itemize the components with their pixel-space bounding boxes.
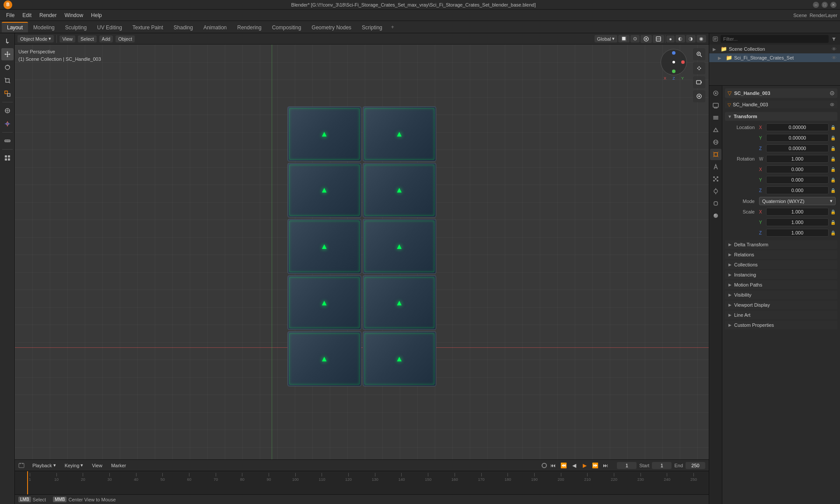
- section-header-viewport-display[interactable]: ▶ Viewport Display: [725, 301, 837, 309]
- outliner-search-input[interactable]: [721, 35, 829, 43]
- outliner-scene-collection[interactable]: ▶ 📁 Scene Collection 👁: [709, 45, 840, 53]
- section-header-line-art[interactable]: ▶ Line Art: [725, 311, 837, 319]
- tab-rendering[interactable]: Rendering: [232, 22, 266, 32]
- play-reverse-button[interactable]: ◀: [570, 461, 578, 470]
- scale-y-lock[interactable]: 🔒: [830, 220, 836, 225]
- prop-tab-world[interactable]: [710, 136, 721, 148]
- jump-start-button[interactable]: ⏮: [549, 461, 557, 470]
- viewport-xray-btn[interactable]: [653, 35, 664, 43]
- viewport-shading-material[interactable]: ◐: [676, 35, 685, 42]
- rotation-mode-dropdown[interactable]: Quaternion (WXYZ) ▾: [759, 197, 836, 205]
- toolbar-transform-tool[interactable]: [1, 88, 14, 100]
- section-header-instancing[interactable]: ▶ Instancing: [725, 270, 837, 279]
- rotation-w-field[interactable]: 1.000: [766, 155, 829, 163]
- timeline-ruler[interactable]: 1102030405060708090100110120130140150160…: [15, 471, 709, 494]
- section-header-visibility[interactable]: ▶ Visibility: [725, 290, 837, 299]
- rotation-z-field[interactable]: 0.000: [766, 186, 829, 194]
- location-y-field[interactable]: 0.00000: [766, 134, 829, 142]
- prop-tab-modifiers[interactable]: [710, 161, 721, 172]
- section-header-custom-properties[interactable]: ▶ Custom Properties: [725, 321, 837, 329]
- visibility-icon-2[interactable]: 👁: [832, 55, 836, 60]
- viewport-add-menu[interactable]: Add: [99, 35, 113, 42]
- timeline-marker-menu[interactable]: Marker: [108, 462, 129, 469]
- viewport-snap-btn[interactable]: 🔲: [618, 35, 630, 42]
- prop-tab-render[interactable]: [710, 88, 721, 99]
- toolbar-rotate-tool[interactable]: [1, 61, 14, 74]
- vp-pan-btn[interactable]: [693, 62, 705, 74]
- location-z-lock[interactable]: 🔒: [830, 146, 836, 151]
- viewport-shading-rendered[interactable]: ◑: [686, 35, 696, 42]
- viewport-object-menu[interactable]: Object: [116, 35, 135, 42]
- prop-tab-object[interactable]: [710, 149, 721, 160]
- viewport-shading-solid[interactable]: ●: [666, 35, 675, 42]
- tab-scripting[interactable]: Scripting: [357, 22, 388, 32]
- scale-x-lock[interactable]: 🔒: [830, 210, 836, 214]
- gizmo-circle[interactable]: [661, 49, 687, 75]
- menu-window[interactable]: Window: [61, 11, 87, 19]
- rotation-x-field[interactable]: 0.000: [766, 165, 829, 173]
- viewport-global-dropdown[interactable]: Global ▾: [595, 35, 618, 42]
- rotation-y-field[interactable]: 0.000: [766, 176, 829, 184]
- play-button[interactable]: ▶: [580, 461, 589, 470]
- tab-uv-editing[interactable]: UV Editing: [92, 22, 127, 32]
- section-header-collections[interactable]: ▶ Collections: [725, 260, 837, 269]
- tab-sculpting[interactable]: Sculpting: [60, 22, 92, 32]
- menu-render[interactable]: Render: [36, 11, 60, 19]
- step-forward-button[interactable]: ⏩: [591, 461, 599, 470]
- menu-help[interactable]: Help: [88, 11, 105, 19]
- location-x-lock[interactable]: 🔒: [830, 125, 836, 130]
- tab-shading[interactable]: Shading: [168, 22, 198, 32]
- toolbar-annotate-tool[interactable]: [1, 105, 14, 117]
- prop-tab-physics[interactable]: [710, 186, 721, 197]
- prop-tab-scene[interactable]: [710, 124, 721, 136]
- tab-compositing[interactable]: Compositing: [267, 22, 307, 32]
- tab-geometry-nodes[interactable]: Geometry Nodes: [306, 22, 357, 32]
- object-name-settings-icon[interactable]: [830, 91, 835, 96]
- vp-camera-btn[interactable]: [693, 76, 705, 88]
- menu-edit[interactable]: Edit: [19, 11, 35, 19]
- end-frame-field[interactable]: 250: [686, 462, 705, 469]
- rotation-x-lock[interactable]: 🔒: [830, 167, 836, 172]
- location-z-field[interactable]: 0.00000: [766, 144, 829, 152]
- toolbar-extra-tool[interactable]: [1, 152, 14, 164]
- minimize-button[interactable]: ─: [813, 2, 819, 8]
- scale-x-field[interactable]: 1.000: [766, 208, 829, 216]
- location-x-field[interactable]: 0.00000: [766, 123, 829, 131]
- tab-add-button[interactable]: +: [388, 22, 398, 32]
- tab-texture-paint[interactable]: Texture Paint: [127, 22, 168, 32]
- section-header-relations[interactable]: ▶ Relations: [725, 250, 837, 259]
- sub-name-eye-icon[interactable]: [830, 102, 835, 107]
- location-y-lock[interactable]: 🔒: [830, 136, 836, 140]
- toolbar-measure-tool[interactable]: [1, 135, 14, 147]
- visibility-icon[interactable]: 👁: [832, 46, 836, 52]
- record-button[interactable]: [542, 463, 547, 468]
- prop-tab-constraints[interactable]: [710, 198, 721, 209]
- viewport-mode-dropdown[interactable]: Object Mode ▾: [18, 35, 54, 42]
- timeline-keying-menu[interactable]: Keying ▾: [62, 462, 86, 469]
- prop-tab-view-layer[interactable]: [710, 112, 721, 123]
- viewport-overlay-icon[interactable]: [640, 35, 652, 43]
- toolbar-cursor-tool[interactable]: [1, 118, 14, 130]
- toolbar-move-tool[interactable]: [1, 48, 14, 60]
- rotation-z-lock[interactable]: 🔒: [830, 188, 836, 193]
- prop-tab-material[interactable]: [710, 210, 721, 221]
- outliner-filter-icon[interactable]: [831, 36, 836, 42]
- tab-animation[interactable]: Animation: [198, 22, 232, 32]
- jump-end-button[interactable]: ⏭: [601, 461, 610, 470]
- timeline-playback-menu[interactable]: Playback ▾: [30, 462, 59, 469]
- rotation-y-lock[interactable]: 🔒: [830, 178, 836, 182]
- current-frame-field[interactable]: 1: [617, 462, 637, 469]
- tab-modeling[interactable]: Modeling: [28, 22, 60, 32]
- section-header-delta-transform[interactable]: ▶ Delta Transform: [725, 240, 837, 249]
- menu-file[interactable]: File: [3, 11, 18, 19]
- close-button[interactable]: ✕: [830, 2, 836, 8]
- nav-gizmo[interactable]: X Z Y: [661, 49, 687, 75]
- toolbar-scale-tool[interactable]: [1, 74, 14, 87]
- viewport-proportional-btn[interactable]: ⊙: [630, 35, 640, 42]
- scale-z-lock[interactable]: 🔒: [830, 231, 836, 235]
- scale-y-field[interactable]: 1.000: [766, 218, 829, 226]
- timeline-view-menu[interactable]: View: [89, 462, 105, 469]
- tab-layout[interactable]: Layout: [2, 22, 28, 32]
- rotation-w-lock[interactable]: 🔒: [830, 157, 836, 161]
- prop-tab-particles[interactable]: [710, 173, 721, 185]
